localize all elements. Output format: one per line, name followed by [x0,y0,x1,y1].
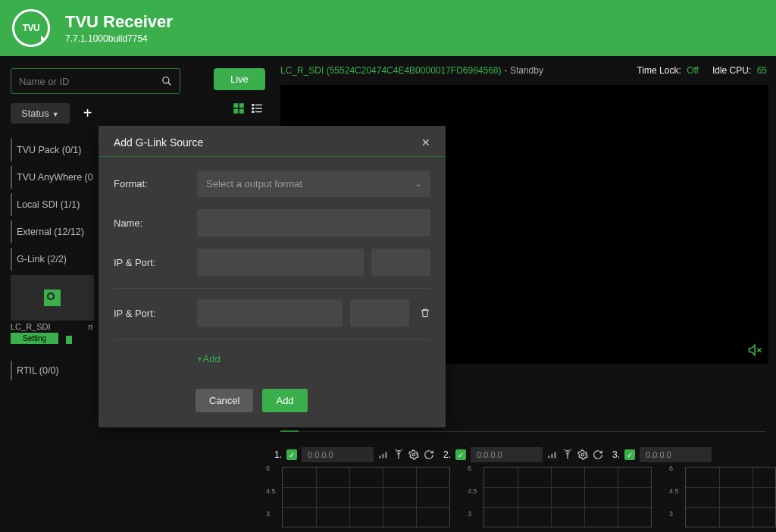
source-item-tvupack[interactable]: TVU Pack (0/1) [11,139,98,161]
status-indicator [66,336,72,344]
output-ip[interactable]: 0.0.0.0 [302,447,374,462]
signal-icon [378,449,389,460]
source-list: TVU Pack (0/1) TVU AnyWhere (0 Local SDI… [11,139,98,380]
search-input-wrapper[interactable] [11,68,180,94]
device-state: - Standby [505,65,543,76]
svg-rect-4 [233,109,238,114]
svg-rect-16 [382,454,383,458]
svg-line-1 [168,83,171,86]
grid-view-icon[interactable] [232,102,246,115]
chart-3: 6 4.5 3 [685,467,776,527]
close-icon[interactable]: ✕ [421,136,430,149]
app-title: TVU Receiver [65,12,173,32]
name-label: Name: [114,217,197,229]
app-header: TVU TVU Receiver 7.7.1.1000build7754 [0,0,776,56]
status-bar: LC_R_SDI (55524C20474C4E4B0000017FD69845… [280,65,776,76]
format-select[interactable]: Select a output format ⌄ [197,171,430,197]
refresh-icon[interactable] [424,449,434,460]
svg-rect-3 [239,103,244,108]
svg-rect-11 [255,111,262,113]
cancel-button[interactable]: Cancel [196,389,253,412]
svg-point-20 [412,453,415,456]
source-item-localsdi[interactable]: Local SDI (1/1) [11,193,98,216]
svg-rect-15 [379,455,380,458]
app-version: 7.7.1.1000build7754 [65,33,173,44]
music-note-icon [44,289,61,306]
svg-rect-7 [255,105,262,106]
svg-rect-8 [252,108,254,110]
format-label: Format: [114,178,197,189]
antenna-icon[interactable] [393,449,404,460]
trash-icon[interactable] [420,308,430,318]
port-input-1[interactable] [371,249,430,276]
svg-rect-5 [239,109,244,114]
search-input[interactable] [19,76,161,87]
add-glink-dialog: Add G-Link Source ✕ Format: Select a out… [99,126,446,427]
svg-rect-17 [385,452,386,458]
caret-down-icon: ▼ [52,111,59,118]
svg-rect-6 [252,104,254,106]
svg-rect-22 [551,454,552,458]
source-thumbnail[interactable] [11,275,94,321]
ipport-label-1: IP & Port: [114,257,197,268]
add-row-link[interactable]: +Add [197,353,221,365]
setting-badge: Setting [11,333,58,344]
svg-point-0 [163,77,169,83]
gear-icon[interactable] [577,449,588,460]
time-lock: Time Lock: Off [637,65,699,76]
mute-icon[interactable] [747,343,762,358]
outputs-row: 1. ✓ 0.0.0.0 2. ✓ 0.0.0.0 [274,447,776,462]
chart-2: 6 4.5 3 [483,467,652,527]
checkbox-icon[interactable]: ✓ [624,449,635,460]
chart-1: 6 4.5 3 [282,467,450,527]
svg-point-26 [581,453,584,456]
ip-input-2[interactable] [197,299,343,327]
logo-text: TVU [23,23,40,33]
live-button[interactable]: Live [214,68,265,90]
refresh-icon[interactable] [593,449,603,460]
svg-point-24 [567,452,568,454]
output-ip[interactable]: 0.0.0.0 [471,447,543,462]
name-input[interactable] [197,209,430,236]
ip-input-1[interactable] [197,249,364,276]
svg-rect-21 [548,455,549,458]
search-icon [161,76,172,86]
header-titles: TVU Receiver 7.7.1.1000build7754 [65,12,173,44]
svg-rect-9 [255,108,262,109]
svg-point-18 [398,452,399,454]
output-charts: 6 4.5 3 6 4.5 3 6 4.5 3 [282,467,776,527]
ipport-label-2: IP & Port: [114,308,197,319]
status-filter[interactable]: Status▼ [11,103,70,124]
idle-cpu: Idle CPU: 65 [712,65,767,76]
add-source-icon[interactable]: + [83,105,92,122]
chevron-down-icon: ⌄ [415,180,421,188]
divider [114,339,430,340]
svg-marker-12 [749,345,756,355]
view-toggle [232,102,264,115]
antenna-icon[interactable] [562,449,573,460]
gear-icon[interactable] [408,449,419,460]
dialog-title: Add G-Link Source [114,136,203,149]
svg-rect-2 [233,103,238,108]
port-input-2[interactable] [350,299,409,327]
svg-rect-10 [252,111,254,113]
output-ip[interactable]: 0.0.0.0 [640,447,712,462]
divider [114,288,430,289]
add-button[interactable]: Add [262,389,307,412]
signal-icon [547,449,558,460]
logo: TVU [12,9,50,47]
checkbox-icon[interactable]: ✓ [286,449,297,460]
source-item-anywhere[interactable]: TVU AnyWhere (0 [11,166,98,189]
source-item-rtil[interactable]: RTIL (0/0) [11,361,98,380]
source-item-glink[interactable]: G-Link (2/2) [11,248,98,271]
list-view-icon[interactable] [250,102,264,115]
thumbnail-label: LC_R_SDI [11,322,51,331]
output-1: 1. ✓ 0.0.0.0 [274,447,434,462]
device-id: LC_R_SDI (55524C20474C4E4B0000017FD69845… [280,65,502,76]
checkbox-icon[interactable]: ✓ [455,449,466,460]
output-3: 3. ✓ 0.0.0.0 [612,447,712,462]
source-item-external[interactable]: External (12/12) [11,221,98,243]
output-2: 2. ✓ 0.0.0.0 [443,447,603,462]
svg-rect-23 [554,452,555,458]
